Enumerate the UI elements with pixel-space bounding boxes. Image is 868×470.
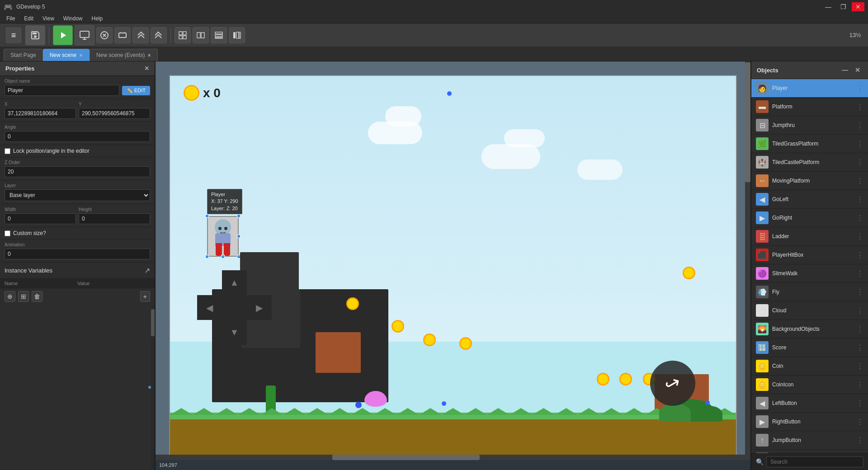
selection-handle-rc[interactable] (237, 235, 241, 238)
scene-scrollbar-h[interactable] (156, 455, 745, 460)
object-item-fly[interactable]: 💨Fly⋮ (751, 283, 868, 301)
menu-edit[interactable]: Edit (19, 14, 38, 23)
object-menu-jumpthru[interactable]: ⋮ (856, 121, 863, 130)
object-item-coin[interactable]: 🪙Coin⋮ (751, 357, 868, 376)
object-menu-slimewalk[interactable]: ⋮ (856, 269, 863, 278)
scene-scroll-thumb-v[interactable] (745, 62, 750, 182)
object-item-coinicon[interactable]: 🪙CoinIcon⋮ (751, 376, 868, 394)
object-menu-movingplatform[interactable]: ⋮ (856, 177, 863, 185)
object-menu-playerhitbox[interactable]: ⋮ (856, 251, 863, 259)
object-item-cloud[interactable]: ☁Cloud⋮ (751, 301, 868, 320)
player-object[interactable]: Player X: 37 Y: 290 Layer: Z: 20 (207, 216, 239, 257)
object-menu-player[interactable]: ⋮ (856, 84, 863, 93)
object-menu-coin[interactable]: ⋮ (856, 362, 863, 371)
object-menu-backgroundobjects[interactable]: ⋮ (856, 325, 863, 334)
preview-btn[interactable] (75, 25, 94, 45)
object-menu-goright[interactable]: ⋮ (856, 214, 863, 222)
toolbar-btn4[interactable] (114, 27, 131, 43)
object-name-input[interactable] (5, 85, 119, 96)
scene-scrollbar-v[interactable] (745, 61, 750, 460)
object-item-goleft[interactable]: ◀GoLeft⋮ (751, 190, 868, 209)
toolbar-save[interactable] (25, 25, 45, 45)
object-item-score[interactable]: 🔢Score⋮ (751, 338, 868, 357)
vars-copy-btn[interactable]: ⊕ (5, 291, 15, 302)
dpad-down[interactable]: ▼ (222, 320, 247, 345)
minimize-btn[interactable]: — (821, 2, 835, 11)
vars-delete-btn[interactable]: 🗑 (32, 291, 42, 302)
run-btn[interactable] (53, 25, 73, 45)
width-input[interactable] (5, 213, 76, 224)
object-item-player[interactable]: 🧑Player⋮ (751, 79, 868, 98)
tab-new-scene-close[interactable]: ✕ (79, 53, 83, 58)
scrollbar-thumb[interactable] (151, 309, 155, 336)
object-menu-ladder[interactable]: ⋮ (856, 232, 863, 241)
dpad-right[interactable]: ▶ (247, 295, 272, 320)
toolbar-btn10[interactable] (229, 27, 245, 43)
animation-input[interactable] (5, 249, 150, 259)
objects-close-btn[interactable]: ✕ (853, 65, 863, 75)
object-item-movingplatform[interactable]: ↔MovingPlatform⋮ (751, 172, 868, 190)
object-item-playerhitbox[interactable]: ⬛PlayerHitBox⋮ (751, 246, 868, 264)
object-menu-coinicon[interactable]: ⋮ (856, 381, 863, 389)
object-item-rightbutton[interactable]: ▶RightButton⋮ (751, 413, 868, 431)
object-menu-cloud[interactable]: ⋮ (856, 306, 863, 315)
object-item-tiledgrassplatform[interactable]: 🌿TiledGrassPlatform⋮ (751, 135, 868, 153)
z-order-input[interactable] (5, 166, 150, 177)
layer-select[interactable]: Base layer (5, 189, 150, 201)
toolbar-grid[interactable] (175, 27, 191, 43)
close-btn[interactable]: ✕ (852, 2, 864, 11)
scene-area[interactable]: x 0 Player X: 37 Y: 290 Layer: Z: 20 (156, 61, 750, 470)
object-item-tiledcastleplatform[interactable]: 🏰TiledCastlePlatform⋮ (751, 153, 868, 172)
object-item-jumpthru[interactable]: ⊟Jumpthru⋮ (751, 116, 868, 135)
tab-new-scene[interactable]: New scene ✕ (43, 49, 90, 61)
menu-window[interactable]: Window (59, 14, 87, 23)
y-input[interactable] (79, 108, 150, 119)
tab-events-close[interactable]: ✕ (147, 53, 151, 58)
properties-close-btn[interactable]: ✕ (144, 65, 149, 72)
toolbar-btn6[interactable] (151, 27, 167, 43)
edit-btn[interactable]: ✏️ EDIT (122, 86, 150, 95)
selection-handle-tl[interactable] (205, 214, 209, 218)
object-menu-platform[interactable]: ⋮ (856, 103, 863, 111)
object-menu-fly[interactable]: ⋮ (856, 288, 863, 296)
menu-view[interactable]: View (38, 14, 59, 23)
search-input[interactable] (766, 456, 863, 467)
object-menu-score[interactable]: ⋮ (856, 343, 863, 352)
object-item-arrowbuttonsbg[interactable]: ⊕ArrowButtonsBg⋮ (751, 450, 868, 453)
object-item-backgroundobjects[interactable]: 🌄BackgroundObjects⋮ (751, 320, 868, 338)
selection-handle-bl[interactable] (205, 255, 209, 258)
object-item-platform[interactable]: ▬Platform⋮ (751, 98, 868, 116)
toolbar-list[interactable] (193, 27, 209, 43)
selection-handle-bc[interactable] (221, 255, 225, 258)
toolbar-btn3[interactable] (96, 27, 113, 43)
object-item-jumpbutton[interactable]: ↑JumpButton⋮ (751, 431, 868, 450)
jump-button[interactable]: ↪ (650, 361, 695, 406)
restore-btn[interactable]: ❐ (837, 2, 850, 11)
tab-events[interactable]: New scene (Events) ✕ (90, 49, 158, 61)
angle-input[interactable] (5, 131, 150, 142)
scene-scroll-thumb-h[interactable] (332, 455, 480, 460)
selection-handle-tr[interactable] (237, 214, 241, 218)
object-item-slimewalk[interactable]: 🟣SlimeWalk⋮ (751, 264, 868, 283)
instance-vars-ext-icon[interactable]: ↗ (144, 266, 150, 275)
dpad-up[interactable]: ▲ (222, 270, 247, 295)
object-item-goright[interactable]: ▶GoRight⋮ (751, 209, 868, 227)
scene-canvas[interactable]: x 0 Player X: 37 Y: 290 Layer: Z: 20 (169, 75, 737, 456)
toolbar-btn5[interactable] (132, 27, 149, 43)
object-menu-rightbutton[interactable]: ⋮ (856, 418, 863, 426)
toolbar-btn9[interactable] (211, 27, 227, 43)
custom-size-checkbox[interactable] (5, 230, 10, 236)
vars-paste-btn[interactable]: ⊞ (18, 291, 29, 302)
object-menu-goleft[interactable]: ⋮ (856, 195, 863, 204)
object-menu-leftbutton[interactable]: ⋮ (856, 399, 863, 408)
dpad-left[interactable]: ◀ (197, 295, 222, 320)
x-input[interactable] (5, 108, 76, 119)
menu-help[interactable]: Help (87, 14, 108, 23)
objects-minimize-btn[interactable]: — (840, 65, 850, 75)
vars-add-btn[interactable]: + (140, 291, 150, 302)
menu-file[interactable]: File (2, 14, 19, 23)
object-menu-jumpbutton[interactable]: ⋮ (856, 436, 863, 445)
lock-checkbox[interactable] (5, 148, 10, 154)
height-input[interactable] (79, 213, 150, 224)
tab-start[interactable]: Start Page (4, 49, 43, 61)
